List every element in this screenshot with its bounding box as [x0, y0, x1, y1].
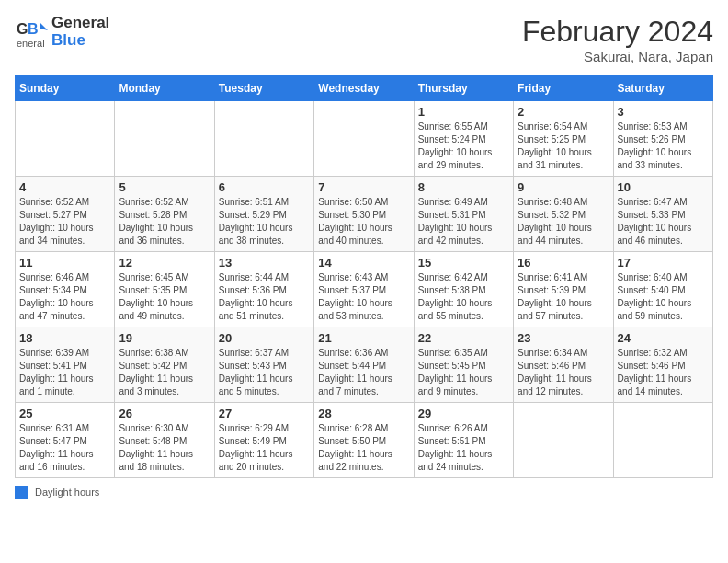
calendar-cell: 24Sunrise: 6:32 AMSunset: 5:46 PMDayligh…	[613, 327, 712, 403]
calendar-cell: 11Sunrise: 6:46 AMSunset: 5:34 PMDayligh…	[16, 252, 115, 327]
calendar-cell: 25Sunrise: 6:31 AMSunset: 5:47 PMDayligh…	[16, 403, 115, 478]
calendar-cell: 1Sunrise: 6:55 AMSunset: 5:24 PMDaylight…	[414, 101, 513, 177]
day-number: 22	[418, 331, 509, 345]
calendar-week-3: 11Sunrise: 6:46 AMSunset: 5:34 PMDayligh…	[16, 252, 713, 327]
calendar-cell: 8Sunrise: 6:49 AMSunset: 5:31 PMDaylight…	[414, 177, 513, 252]
day-info: Sunrise: 6:54 AMSunset: 5:25 PMDaylight:…	[518, 121, 609, 172]
title-area: February 2024 Sakurai, Nara, Japan	[522, 15, 713, 64]
day-number: 29	[418, 407, 509, 420]
day-number: 10	[618, 180, 709, 194]
legend-label: Daylight hours	[35, 487, 99, 498]
calendar-cell: 26Sunrise: 6:30 AMSunset: 5:48 PMDayligh…	[115, 403, 214, 478]
day-number: 19	[119, 331, 210, 345]
day-info: Sunrise: 6:48 AMSunset: 5:32 PMDaylight:…	[518, 196, 609, 247]
day-number: 4	[19, 180, 110, 194]
weekday-header-sunday: Sunday	[16, 76, 115, 101]
calendar-cell: 12Sunrise: 6:45 AMSunset: 5:35 PMDayligh…	[115, 252, 214, 327]
svg-marker-2	[40, 23, 48, 30]
calendar-cell: 2Sunrise: 6:54 AMSunset: 5:25 PMDaylight…	[514, 101, 613, 177]
day-number: 11	[19, 256, 110, 270]
calendar-week-4: 18Sunrise: 6:39 AMSunset: 5:41 PMDayligh…	[16, 327, 713, 403]
calendar-cell: 22Sunrise: 6:35 AMSunset: 5:45 PMDayligh…	[414, 327, 513, 403]
calendar-cell: 29Sunrise: 6:26 AMSunset: 5:51 PMDayligh…	[414, 403, 513, 478]
weekday-header-row: SundayMondayTuesdayWednesdayThursdayFrid…	[16, 76, 713, 101]
logo-text: GeneralBlue	[51, 15, 109, 49]
calendar-cell	[314, 101, 414, 177]
day-number: 9	[518, 180, 609, 194]
day-number: 26	[119, 407, 210, 420]
calendar-cell: 16Sunrise: 6:41 AMSunset: 5:39 PMDayligh…	[514, 252, 613, 327]
header: G B eneral GeneralBlue February 2024 Sak…	[15, 15, 713, 64]
day-info: Sunrise: 6:34 AMSunset: 5:46 PMDaylight:…	[518, 347, 609, 398]
day-info: Sunrise: 6:43 AMSunset: 5:37 PMDaylight:…	[318, 271, 409, 323]
calendar-cell: 23Sunrise: 6:34 AMSunset: 5:46 PMDayligh…	[514, 327, 613, 403]
calendar-cell: 28Sunrise: 6:28 AMSunset: 5:50 PMDayligh…	[314, 403, 414, 478]
location: Sakurai, Nara, Japan	[522, 49, 713, 64]
calendar-cell: 14Sunrise: 6:43 AMSunset: 5:37 PMDayligh…	[314, 252, 414, 327]
day-info: Sunrise: 6:32 AMSunset: 5:46 PMDaylight:…	[618, 347, 709, 398]
calendar-cell: 4Sunrise: 6:52 AMSunset: 5:27 PMDaylight…	[16, 177, 115, 252]
day-info: Sunrise: 6:28 AMSunset: 5:50 PMDaylight:…	[318, 422, 409, 474]
day-info: Sunrise: 6:37 AMSunset: 5:43 PMDaylight:…	[219, 347, 310, 398]
day-number: 7	[318, 180, 409, 194]
weekday-header-monday: Monday	[115, 76, 214, 101]
day-number: 25	[19, 407, 110, 420]
svg-text:G: G	[17, 21, 28, 37]
day-info: Sunrise: 6:50 AMSunset: 5:30 PMDaylight:…	[318, 196, 409, 247]
day-info: Sunrise: 6:51 AMSunset: 5:29 PMDaylight:…	[219, 196, 310, 247]
weekday-header-wednesday: Wednesday	[314, 76, 414, 101]
calendar-cell	[214, 101, 313, 177]
legend: Daylight hours	[15, 486, 713, 499]
svg-text:eneral: eneral	[17, 38, 45, 49]
day-number: 15	[418, 256, 509, 270]
day-info: Sunrise: 6:42 AMSunset: 5:38 PMDaylight:…	[418, 271, 509, 323]
day-number: 20	[219, 331, 310, 345]
day-info: Sunrise: 6:52 AMSunset: 5:28 PMDaylight:…	[119, 196, 210, 247]
calendar-cell: 10Sunrise: 6:47 AMSunset: 5:33 PMDayligh…	[613, 177, 712, 252]
day-number: 23	[518, 331, 609, 345]
calendar-cell: 18Sunrise: 6:39 AMSunset: 5:41 PMDayligh…	[16, 327, 115, 403]
weekday-header-friday: Friday	[514, 76, 613, 101]
calendar-cell	[115, 101, 214, 177]
day-number: 8	[418, 180, 509, 194]
calendar-cell: 20Sunrise: 6:37 AMSunset: 5:43 PMDayligh…	[214, 327, 313, 403]
weekday-header-tuesday: Tuesday	[214, 76, 313, 101]
day-number: 12	[119, 256, 210, 270]
calendar-cell: 6Sunrise: 6:51 AMSunset: 5:29 PMDaylight…	[214, 177, 313, 252]
calendar-week-5: 25Sunrise: 6:31 AMSunset: 5:47 PMDayligh…	[16, 403, 713, 478]
calendar-week-1: 1Sunrise: 6:55 AMSunset: 5:24 PMDaylight…	[16, 101, 713, 177]
day-number: 13	[219, 256, 310, 270]
svg-text:B: B	[28, 21, 39, 37]
day-number: 17	[618, 256, 709, 270]
day-info: Sunrise: 6:47 AMSunset: 5:33 PMDaylight:…	[618, 196, 709, 247]
weekday-header-thursday: Thursday	[414, 76, 513, 101]
calendar-cell	[16, 101, 115, 177]
day-number: 16	[518, 256, 609, 270]
calendar-cell: 9Sunrise: 6:48 AMSunset: 5:32 PMDaylight…	[514, 177, 613, 252]
calendar-cell: 13Sunrise: 6:44 AMSunset: 5:36 PMDayligh…	[214, 252, 313, 327]
calendar-cell: 19Sunrise: 6:38 AMSunset: 5:42 PMDayligh…	[115, 327, 214, 403]
day-info: Sunrise: 6:55 AMSunset: 5:24 PMDaylight:…	[418, 121, 509, 172]
calendar-week-2: 4Sunrise: 6:52 AMSunset: 5:27 PMDaylight…	[16, 177, 713, 252]
day-info: Sunrise: 6:39 AMSunset: 5:41 PMDaylight:…	[19, 347, 110, 398]
day-info: Sunrise: 6:44 AMSunset: 5:36 PMDaylight:…	[219, 271, 310, 323]
day-number: 2	[518, 105, 609, 119]
day-number: 1	[418, 105, 509, 119]
calendar-cell: 3Sunrise: 6:53 AMSunset: 5:26 PMDaylight…	[613, 101, 712, 177]
day-info: Sunrise: 6:29 AMSunset: 5:49 PMDaylight:…	[219, 422, 310, 474]
weekday-header-saturday: Saturday	[613, 76, 712, 101]
day-number: 28	[318, 407, 409, 420]
calendar-cell: 7Sunrise: 6:50 AMSunset: 5:30 PMDaylight…	[314, 177, 414, 252]
day-number: 5	[119, 180, 210, 194]
calendar-cell	[514, 403, 613, 478]
day-info: Sunrise: 6:36 AMSunset: 5:44 PMDaylight:…	[318, 347, 409, 398]
day-info: Sunrise: 6:35 AMSunset: 5:45 PMDaylight:…	[418, 347, 509, 398]
calendar-cell: 5Sunrise: 6:52 AMSunset: 5:28 PMDaylight…	[115, 177, 214, 252]
calendar-cell	[613, 403, 712, 478]
logo-icon: G B eneral	[15, 16, 48, 49]
day-info: Sunrise: 6:52 AMSunset: 5:27 PMDaylight:…	[19, 196, 110, 247]
day-number: 27	[219, 407, 310, 420]
calendar-cell: 21Sunrise: 6:36 AMSunset: 5:44 PMDayligh…	[314, 327, 414, 403]
day-info: Sunrise: 6:49 AMSunset: 5:31 PMDaylight:…	[418, 196, 509, 247]
calendar-cell: 27Sunrise: 6:29 AMSunset: 5:49 PMDayligh…	[214, 403, 313, 478]
